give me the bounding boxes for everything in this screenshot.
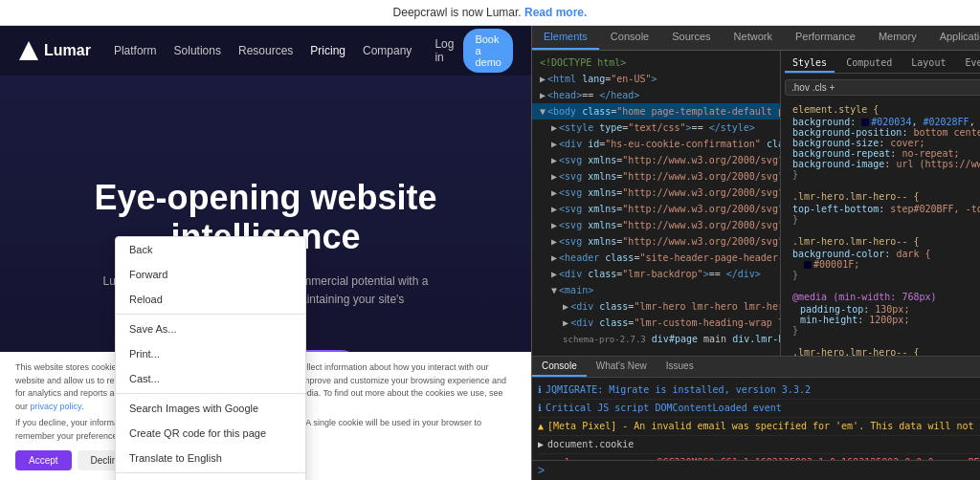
tab-performance[interactable]: Performance	[784, 26, 867, 50]
style-filter-input[interactable]	[791, 82, 980, 93]
console-line: ℹJQMIGRATE: Migrate is installed, versio…	[538, 382, 980, 400]
devtools-panel: Elements Console Sources Network Perform…	[531, 26, 980, 480]
html-line: ▶<svg xmlns="http://www.w3.org/2000/svg"…	[532, 217, 780, 233]
console-prompt: >	[538, 464, 545, 477]
html-line: ▶<div class="lmr-custom-heading-wrap lmr…	[532, 315, 780, 331]
devtools-tabs: Elements Console Sources Network Perform…	[532, 26, 980, 51]
tab-network[interactable]: Network	[723, 26, 784, 50]
bottom-tabs: Console What's New Issues 🚫 Filter Defau…	[532, 357, 980, 378]
context-back[interactable]: Back	[116, 237, 305, 262]
html-panel[interactable]: <!DOCTYPE html> ▶<html lang="en-US"> ▶<h…	[532, 51, 781, 356]
layout-tab[interactable]: Layout	[903, 55, 953, 73]
html-line: ▼<main>	[532, 282, 780, 298]
style-rule-lmr-hero-2: .lmr-hero.lmr-hero-- {stylesheet:000591:…	[785, 233, 980, 283]
style-rule-lmr-hero-3: .lmr-hero.lmr-hero-- {stylesheet:000591:…	[785, 344, 980, 356]
computed-tab[interactable]: Computed	[838, 55, 900, 73]
notification-bar: Deepcrawl is now Lumar. Read more.	[0, 0, 980, 26]
html-line: ▶<svg xmlns="http://www.w3.org/2000/svg"…	[532, 168, 780, 185]
context-search-images[interactable]: Search Images with Google	[116, 396, 305, 421]
context-qr[interactable]: Create QR code for this page	[116, 421, 305, 446]
site-nav: Lumar Platform Solutions Resources Prici…	[0, 26, 531, 76]
style-selector: element.style {	[792, 104, 980, 115]
style-rule-element: element.style { background: #020034, #02…	[785, 101, 980, 183]
style-rule-lmr-hero: .lmr-hero.lmr-hero-- {stylesheet:000591:…	[785, 188, 980, 228]
context-translate[interactable]: Translate to English	[116, 446, 305, 470]
site-nav-actions: Log in Book a demo	[434, 29, 513, 73]
nav-pricing[interactable]: Pricing	[310, 44, 345, 57]
html-line: ▶<svg xmlns="http://www.w3.org/2000/svg"…	[532, 233, 780, 250]
html-line: ▶<div class="lmr-backdrop">== </div>	[532, 266, 780, 282]
site-nav-links: Platform Solutions Resources Pricing Com…	[114, 44, 412, 57]
tab-console[interactable]: Console	[599, 26, 660, 50]
notification-link[interactable]: Read more.	[524, 6, 587, 19]
accept-button[interactable]: Accept	[15, 450, 72, 470]
nav-resources[interactable]: Resources	[238, 44, 293, 57]
html-line: ▶<div class="lmr-hero lmr-hero lmr-hero-…	[532, 298, 780, 315]
bottom-tab-console[interactable]: Console	[532, 357, 587, 377]
console-line: ℹCritical JS script DOMContentLoaded eve…	[538, 400, 980, 418]
context-cast[interactable]: Cast...	[116, 366, 305, 391]
html-line: schema-pro-2.7.3 div#page main div.lmr-h…	[532, 331, 780, 348]
html-line: ▶<svg xmlns="http://www.w3.org/2000/svg"…	[532, 185, 780, 201]
context-save-as[interactable]: Save As...	[116, 316, 305, 341]
privacy-policy-link[interactable]: privacy policy	[31, 402, 81, 411]
context-forward[interactable]: Forward	[116, 262, 305, 287]
style-panel-tabs: Styles Computed Layout Event Listeners	[785, 55, 980, 74]
style-filter-bar[interactable]	[785, 79, 980, 96]
html-line: ▶<style type="text/css">== </style>	[532, 120, 780, 136]
html-line: ▶<div id="hs-eu-cookie-confirmation" cla…	[532, 136, 780, 152]
html-line: ▶<header class="site-header-page-header-…	[532, 250, 780, 266]
html-line: ▶<head>== </head>	[532, 87, 780, 103]
notification-text: Deepcrawl is now Lumar.	[393, 6, 522, 19]
context-divider-2	[116, 393, 305, 394]
html-line: ▶<svg xmlns="http://www.w3.org/2000/svg"…	[532, 201, 780, 217]
devtools-main: <!DOCTYPE html> ▶<html lang="en-US"> ▶<h…	[532, 51, 980, 356]
devtools-bottom: Console What's New Issues 🚫 Filter Defau…	[532, 356, 980, 480]
context-print[interactable]: Print...	[116, 341, 305, 366]
tab-sources[interactable]: Sources	[660, 26, 722, 50]
tab-memory[interactable]: Memory	[867, 26, 928, 50]
tab-application[interactable]: Application	[928, 26, 980, 50]
html-line: <!DOCTYPE html>	[532, 55, 780, 71]
styles-tab[interactable]: Styles	[785, 55, 835, 73]
console-output[interactable]: ℹJQMIGRATE: Migrate is installed, versio…	[532, 378, 980, 460]
console-input[interactable]	[548, 466, 980, 476]
context-view-source[interactable]: View Page Source	[116, 475, 305, 480]
context-menu: Back Forward Reload Save As... Print... …	[115, 236, 306, 480]
html-line: ▶<html lang="en-US">	[532, 71, 780, 87]
demo-button[interactable]: Book a demo	[463, 29, 513, 73]
html-line-selected[interactable]: ▼<body class="home page-template-default…	[532, 103, 780, 120]
html-line: ▶<svg xmlns="http://www.w3.org/2000/svg"…	[532, 152, 780, 168]
style-rule-media: @media (min-width: 768px)stylesheet:0005…	[785, 289, 980, 338]
site-logo[interactable]: Lumar	[19, 41, 91, 60]
main-area: Lumar Platform Solutions Resources Prici…	[0, 26, 980, 480]
event-listeners-tab[interactable]: Event Listeners	[957, 55, 980, 73]
login-button[interactable]: Log in	[434, 37, 454, 64]
website-preview: Lumar Platform Solutions Resources Prici…	[0, 26, 531, 480]
nav-platform[interactable]: Platform	[114, 44, 157, 57]
styles-panel[interactable]: Styles Computed Layout Event Listeners e…	[781, 51, 980, 356]
logo-icon	[19, 41, 38, 60]
nav-company[interactable]: Company	[363, 44, 412, 57]
context-reload[interactable]: Reload	[116, 287, 305, 312]
context-divider-3	[116, 472, 305, 473]
context-divider-1	[116, 314, 305, 315]
tab-elements[interactable]: Elements	[532, 26, 599, 50]
nav-solutions[interactable]: Solutions	[174, 44, 221, 57]
logo-text: Lumar	[44, 42, 91, 59]
console-input-row: >	[532, 460, 980, 480]
bottom-tab-issues[interactable]: Issues	[657, 357, 703, 377]
bottom-tab-whatsnew[interactable]: What's New	[587, 357, 657, 377]
console-line: ▶document.cookie	[538, 436, 980, 454]
console-line-warn: ▲[Meta Pixel] - An invalid email was spe…	[538, 418, 980, 436]
